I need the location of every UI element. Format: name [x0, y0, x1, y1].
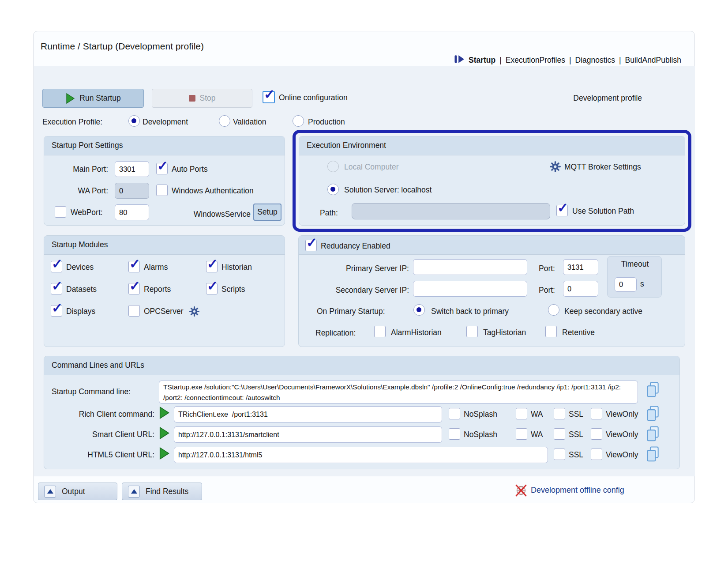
- run-startup-button[interactable]: Run Startup: [42, 89, 144, 108]
- primary-port-input[interactable]: [563, 259, 598, 275]
- module-reports-checkbox[interactable]: [128, 283, 140, 294]
- command-lines-title: Command Lines and URLs: [52, 361, 144, 370]
- retentive-label: Retentive: [562, 328, 595, 337]
- radio-validation[interactable]: [219, 115, 230, 127]
- tab-build-and-publish[interactable]: BuildAndPublish: [625, 56, 681, 65]
- html5-client-input[interactable]: [174, 447, 548, 463]
- smart-client-input[interactable]: [174, 426, 442, 443]
- alarm-historian-label: AlarmHistorian: [391, 328, 442, 337]
- local-computer-label: Local Computer: [344, 162, 399, 172]
- retentive-checkbox[interactable]: [545, 326, 557, 337]
- module-displays-checkbox[interactable]: [51, 305, 62, 317]
- find-results-button[interactable]: Find Results: [122, 483, 202, 500]
- module-scripts-label: Scripts: [221, 285, 245, 294]
- copy-rich-client-icon[interactable]: [645, 405, 660, 424]
- rich-client-input[interactable]: [174, 406, 442, 422]
- online-configuration-label: Online configuration: [279, 93, 348, 102]
- radio-development[interactable]: [128, 115, 140, 127]
- timeout-panel: Timeout s: [607, 256, 662, 298]
- module-opcserver-checkbox[interactable]: [128, 305, 140, 317]
- module-historian-checkbox[interactable]: [206, 261, 218, 272]
- startup-command-label: Startup Command line:: [52, 387, 131, 396]
- primary-ip-input[interactable]: [413, 259, 527, 275]
- profile-text: Development profile: [573, 94, 642, 103]
- execution-environment-title: Execution Environment: [307, 141, 386, 150]
- html5-client-run-icon[interactable]: [158, 447, 170, 461]
- on-primary-startup-label: On Primary Startup:: [317, 307, 385, 316]
- module-opcserver-label: OPCServer: [144, 307, 183, 316]
- tab-startup[interactable]: Startup: [469, 56, 495, 65]
- module-devices-label: Devices: [66, 263, 94, 272]
- tab-execution-profiles[interactable]: ExecutionProfiles: [506, 56, 565, 65]
- copy-html5-client-icon[interactable]: [645, 446, 660, 464]
- alarm-historian-checkbox[interactable]: [374, 326, 386, 337]
- use-solution-path-label: Use Solution Path: [572, 207, 634, 216]
- windows-authentication-checkbox[interactable]: [156, 185, 168, 196]
- html5-viewonly-checkbox[interactable]: [591, 449, 602, 460]
- main-port-input[interactable]: [115, 161, 149, 177]
- windows-service-label: WindowsService: [190, 210, 251, 219]
- primary-port-label: Port:: [539, 264, 555, 273]
- module-alarms-label: Alarms: [144, 263, 168, 272]
- webport-checkbox[interactable]: [55, 206, 66, 218]
- html5-ssl-checkbox[interactable]: [554, 449, 565, 460]
- mqtt-broker-settings-label[interactable]: MQTT Broker Settings: [564, 162, 641, 172]
- copy-startup-command-icon[interactable]: [645, 381, 660, 400]
- startup-port-settings-group: Startup Port Settings Main Port: Auto Po…: [44, 136, 285, 226]
- smart-viewonly-label: ViewOnly: [606, 430, 638, 439]
- tag-historian-label: TagHistorian: [483, 328, 526, 337]
- module-alarms-checkbox[interactable]: [128, 261, 140, 272]
- rich-ssl-label: SSL: [569, 410, 583, 419]
- module-scripts-checkbox[interactable]: [206, 283, 218, 294]
- timeout-input[interactable]: [615, 277, 637, 292]
- smart-viewonly-checkbox[interactable]: [591, 428, 602, 440]
- startup-command-input[interactable]: TStartup.exe /solution:"C:\Users\User\Do…: [159, 381, 638, 404]
- module-datasets-checkbox[interactable]: [51, 283, 62, 294]
- module-reports-label: Reports: [144, 285, 171, 294]
- webport-input[interactable]: [115, 204, 149, 220]
- mqtt-gear-icon[interactable]: [549, 161, 561, 174]
- secondary-ip-label: Secondary Server IP:: [299, 286, 409, 295]
- rich-client-run-icon[interactable]: [158, 407, 170, 421]
- smart-wa-checkbox[interactable]: [516, 428, 527, 440]
- redundancy-enabled-label: Redudancy Enabled: [321, 241, 390, 251]
- page-title: Runtime / Startup (Development profile): [41, 41, 204, 52]
- rich-viewonly-checkbox[interactable]: [591, 408, 602, 419]
- smart-nosplash-checkbox[interactable]: [449, 428, 460, 440]
- rich-wa-checkbox[interactable]: [516, 408, 527, 419]
- primary-ip-label: Primary Server IP:: [299, 264, 409, 273]
- replication-label: Replication:: [315, 328, 356, 338]
- breadcrumb-play-icon: [454, 54, 465, 66]
- copy-smart-client-icon[interactable]: [645, 426, 660, 444]
- use-solution-path-checkbox[interactable]: [556, 205, 568, 216]
- rich-nosplash-checkbox[interactable]: [449, 408, 460, 419]
- auto-ports-checkbox[interactable]: [156, 163, 168, 174]
- secondary-port-input[interactable]: [563, 281, 598, 297]
- offline-config-label[interactable]: Development offline config: [531, 486, 624, 495]
- stop-button[interactable]: Stop: [152, 89, 252, 108]
- output-button[interactable]: Output: [38, 483, 117, 500]
- radio-keep-secondary[interactable]: [548, 304, 559, 316]
- smart-ssl-label: SSL: [569, 430, 583, 439]
- smart-client-run-icon[interactable]: [158, 427, 170, 441]
- startup-modules-group: Startup Modules Devices Alarms Historian…: [44, 235, 285, 347]
- module-devices-checkbox[interactable]: [51, 261, 62, 272]
- windows-service-setup-button[interactable]: Setup: [253, 204, 281, 221]
- startup-modules-title: Startup Modules: [52, 240, 108, 249]
- tab-diagnostics[interactable]: Diagnostics: [575, 56, 615, 65]
- radio-switch-back-primary[interactable]: [413, 304, 425, 316]
- radio-production[interactable]: [293, 115, 304, 127]
- tag-historian-checkbox[interactable]: [466, 326, 478, 337]
- opcserver-gear-icon[interactable]: [189, 306, 200, 319]
- rich-ssl-checkbox[interactable]: [554, 408, 565, 419]
- radio-validation-label: Validation: [233, 117, 266, 127]
- secondary-ip-input[interactable]: [413, 281, 527, 297]
- radio-solution-server[interactable]: [327, 184, 339, 195]
- command-lines-group: Command Lines and URLs Startup Command l…: [44, 356, 680, 469]
- find-results-label: Find Results: [146, 487, 188, 496]
- smart-ssl-checkbox[interactable]: [554, 428, 565, 440]
- online-configuration-checkbox[interactable]: [263, 91, 275, 103]
- redundancy-enabled-checkbox[interactable]: [305, 240, 317, 251]
- webport-label: WebPort:: [71, 208, 103, 217]
- execution-environment-group: Execution Environment Local Computer MQT…: [299, 136, 685, 226]
